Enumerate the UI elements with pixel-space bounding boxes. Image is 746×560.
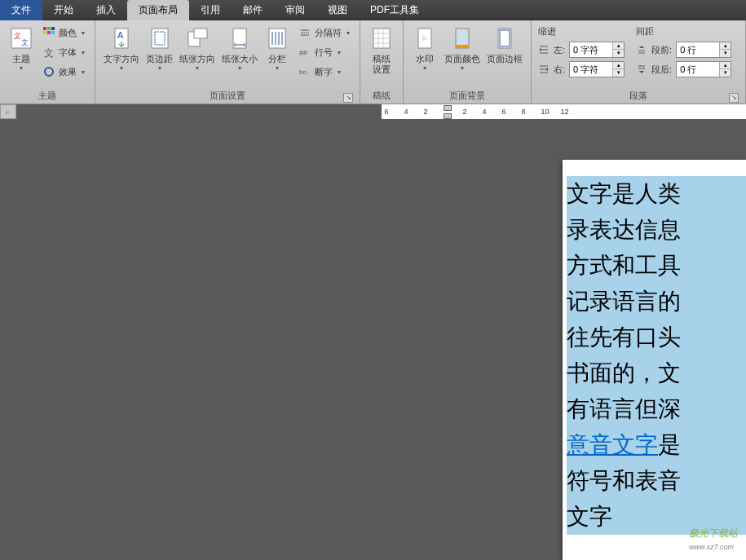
workspace: 文字是人类 录表达信息 方式和工具 记录语言的 往先有口头 书面的，文 有语言但… (0, 119, 746, 560)
indent-right-input[interactable]: ▴▾ (569, 61, 625, 77)
ruler-num: 12 (561, 108, 569, 116)
page-color-button[interactable]: 页面颜色▾ (441, 22, 483, 72)
space-after-input[interactable]: ▴▾ (676, 61, 731, 77)
themes-label: 主题 (12, 54, 30, 64)
doc-line: 符号和表音 (567, 468, 681, 493)
svg-rect-7 (47, 31, 51, 34)
font-icon: 文 (42, 46, 55, 59)
hanging-indent-marker[interactable] (444, 113, 452, 119)
watermark-name: 极光下载站 (689, 527, 738, 539)
site-watermark: 极光下载站 www.xz7.com (689, 527, 738, 552)
breaks-button[interactable]: 分隔符▾ (295, 24, 353, 42)
orientation-button[interactable]: 纸张方向▾ (176, 22, 219, 72)
ruler-num: 6 (385, 108, 389, 116)
indent-right-icon (538, 64, 550, 75)
svg-point-10 (45, 68, 53, 76)
paper-size-button[interactable]: 纸张大小▾ (219, 22, 261, 72)
group-page-bg-label: 页面背景 (408, 88, 526, 104)
document-selection[interactable]: 文字是人类 录表达信息 方式和工具 记录语言的 往先有口头 书面的，文 有语言但… (567, 176, 746, 535)
page-border-button[interactable]: 页面边框 (483, 22, 526, 64)
line-number-icon: ## (298, 46, 311, 59)
text-direction-button[interactable]: A 文字方向▾ (100, 22, 143, 72)
space-after-icon (636, 64, 647, 75)
watermark-button[interactable]: A 水印▾ (408, 22, 441, 72)
space-before-input[interactable]: ▴▾ (676, 42, 731, 58)
text-direction-label: 文字方向 (104, 54, 139, 64)
theme-color-label: 颜色 (59, 27, 77, 39)
svg-rect-18 (269, 29, 285, 48)
document-background[interactable] (0, 119, 554, 560)
svg-text:文: 文 (44, 47, 54, 58)
spacing-heading: 间距 (636, 25, 731, 37)
tab-mail[interactable]: 邮件 (232, 0, 274, 20)
theme-effect-label: 效果 (59, 66, 77, 78)
paper-size-label: 纸张大小 (222, 54, 258, 64)
tab-reference[interactable]: 引用 (189, 0, 232, 20)
themes-icon: 文文 (8, 25, 34, 51)
hyphen-icon: bc- (298, 65, 311, 78)
doc-line: 记录语言的 (567, 289, 681, 314)
group-page-bg: A 水印▾ 页面颜色▾ 页面边框 页面背景 (404, 20, 532, 104)
tab-page-layout[interactable]: 页面布局 (127, 0, 189, 20)
breaks-label: 分隔符 (315, 27, 342, 39)
ruler-num: 2 (424, 108, 428, 116)
spin-up[interactable]: ▴ (719, 62, 731, 69)
manuscript-button[interactable]: 稿纸 设置 (365, 22, 398, 75)
doc-line: 方式和工具 (567, 253, 681, 278)
spin-up[interactable]: ▴ (719, 42, 731, 50)
svg-rect-3 (43, 27, 46, 30)
theme-font-label: 字体 (59, 46, 77, 59)
watermark-icon: A (412, 25, 438, 51)
spin-down[interactable]: ▾ (612, 69, 624, 77)
spin-down[interactable]: ▾ (612, 50, 624, 57)
first-line-indent-marker[interactable] (444, 105, 452, 111)
palette-icon (42, 26, 55, 39)
spin-down[interactable]: ▾ (719, 69, 731, 77)
doc-hyperlink[interactable]: 意音文字 (567, 432, 658, 457)
tab-view[interactable]: 视图 (316, 0, 359, 20)
themes-button[interactable]: 文文 主题 ▾ (5, 22, 38, 72)
tab-start[interactable]: 开始 (42, 0, 85, 20)
indent-left-input[interactable]: ▴▾ (569, 42, 625, 58)
ruler-num: 6 (502, 108, 506, 116)
theme-effect-button[interactable]: 效果▾ (39, 63, 88, 81)
spin-down[interactable]: ▾ (719, 50, 731, 57)
line-number-label: 行号 (315, 46, 333, 59)
svg-rect-4 (47, 27, 51, 30)
page-color-icon (449, 25, 475, 51)
hyphenation-button[interactable]: bc- 断字▾ (295, 63, 353, 81)
columns-button[interactable]: 分栏▾ (261, 22, 294, 72)
file-tab[interactable]: 文件 (0, 0, 42, 20)
group-paragraph: 缩进 左: ▴▾ 右: ▴▾ 间距 段前: ▴▾ (532, 20, 746, 104)
ruler-corner[interactable]: ⌐ (0, 104, 16, 119)
margin-button[interactable]: 页边距▾ (143, 22, 176, 72)
indent-left-label: 左: (554, 44, 565, 56)
group-theme: 文文 主题 ▾ 颜色▾ 文 字体▾ 效果▾ 主题 (0, 20, 95, 104)
horizontal-ruler[interactable]: 6 4 2 2 4 6 8 10 12 (382, 104, 747, 119)
group-manuscript: 稿纸 设置 稿纸 (360, 20, 404, 104)
group-page-setup: A 文字方向▾ 页边距▾ 纸张方向▾ 纸张大小▾ 分栏▾ (95, 20, 360, 104)
tab-review[interactable]: 审阅 (274, 0, 316, 20)
page-setup-launcher[interactable]: ↘ (343, 93, 353, 103)
menu-bar: 文件 开始 插入 页面布局 引用 邮件 审阅 视图 PDF工具集 (0, 0, 746, 20)
orientation-icon (184, 25, 210, 51)
indent-heading: 缩进 (538, 25, 625, 37)
ruler-num: 8 (522, 108, 526, 116)
tab-pdf-tools[interactable]: PDF工具集 (359, 0, 430, 20)
tab-insert[interactable]: 插入 (85, 0, 127, 20)
svg-rect-6 (43, 31, 46, 34)
theme-font-button[interactable]: 文 字体▾ (39, 43, 88, 61)
paper-size-icon (227, 25, 253, 51)
page-border-icon (492, 25, 518, 51)
spin-up[interactable]: ▴ (612, 42, 624, 50)
document-page[interactable]: 文字是人类 录表达信息 方式和工具 记录语言的 往先有口头 书面的，文 有语言但… (563, 160, 746, 560)
svg-text:文: 文 (21, 38, 29, 46)
group-manuscript-label: 稿纸 (365, 88, 398, 104)
line-number-button[interactable]: ## 行号▾ (295, 43, 353, 61)
margin-icon (147, 25, 173, 51)
group-paragraph-label: 段落 (629, 90, 647, 100)
theme-color-button[interactable]: 颜色▾ (39, 24, 88, 42)
spin-up[interactable]: ▴ (612, 62, 624, 69)
page-border-label: 页面边框 (487, 54, 523, 64)
paragraph-launcher[interactable]: ↘ (729, 93, 739, 103)
